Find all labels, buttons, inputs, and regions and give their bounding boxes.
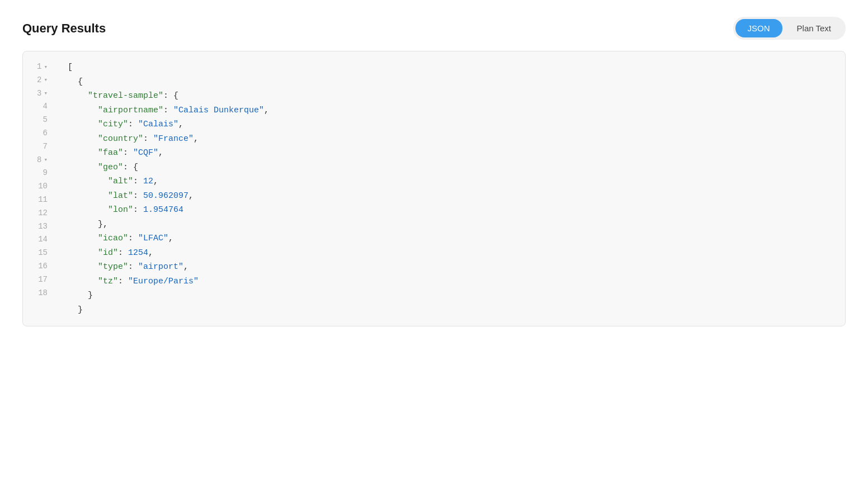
line-num-10: 10 — [32, 180, 48, 193]
code-line-6: "country": "France", — [68, 132, 834, 146]
collapse-arrow-8[interactable]: ▾ — [44, 155, 48, 165]
line-num-14: 14 — [32, 233, 48, 246]
code-line-9: "alt": 12, — [68, 174, 834, 189]
line-num-7: 7 — [32, 140, 48, 154]
code-container: 1 ▾ 2 ▾ 3 ▾ 4 5 6 7 8 ▾ 9 10 11 12 13 14… — [22, 51, 846, 326]
view-toggle-group: JSON Plan Text — [733, 17, 846, 40]
code-area: 1 ▾ 2 ▾ 3 ▾ 4 5 6 7 8 ▾ 9 10 11 12 13 14… — [23, 51, 845, 326]
code-line-13: "icao": "LFAC", — [68, 231, 834, 246]
code-line-15: "type": "airport", — [68, 260, 834, 274]
line-num-8: 8 ▾ — [32, 154, 48, 167]
code-line-18: } — [68, 303, 834, 317]
plain-text-toggle-button[interactable]: Plan Text — [785, 19, 843, 37]
line-num-4: 4 — [32, 100, 48, 113]
line-num-18: 18 — [32, 287, 48, 300]
collapse-arrow-3[interactable]: ▾ — [44, 88, 48, 99]
code-line-5: "city": "Calais", — [68, 117, 834, 132]
code-line-2: { — [68, 75, 834, 89]
code-content: [ { "travel-sample": { "airportname": "C… — [56, 60, 845, 317]
code-line-11: "lon": 1.954764 — [68, 203, 834, 217]
line-num-3: 3 ▾ — [32, 87, 48, 101]
code-line-16: "tz": "Europe/Paris" — [68, 274, 834, 289]
line-num-5: 5 — [32, 113, 48, 127]
code-line-4: "airportname": "Calais Dunkerque", — [68, 103, 834, 118]
code-line-1: [ — [68, 60, 834, 75]
line-num-11: 11 — [32, 193, 48, 207]
line-numbers: 1 ▾ 2 ▾ 3 ▾ 4 5 6 7 8 ▾ 9 10 11 12 13 14… — [23, 60, 56, 317]
json-toggle-button[interactable]: JSON — [735, 19, 782, 37]
code-line-14: "id": 1254, — [68, 246, 834, 260]
line-num-1: 1 ▾ — [32, 60, 48, 74]
line-num-15: 15 — [32, 246, 48, 260]
page-header: Query Results JSON Plan Text — [22, 17, 846, 40]
line-num-17: 17 — [32, 273, 48, 287]
code-line-12: }, — [68, 217, 834, 232]
collapse-arrow-1[interactable]: ▾ — [44, 62, 48, 73]
line-num-16: 16 — [32, 260, 48, 273]
code-line-8: "geo": { — [68, 160, 834, 175]
code-line-7: "faa": "CQF", — [68, 146, 834, 160]
line-num-13: 13 — [32, 220, 48, 234]
page-title: Query Results — [22, 21, 106, 36]
collapse-arrow-2[interactable]: ▾ — [44, 75, 48, 86]
line-num-2: 2 ▾ — [32, 74, 48, 87]
line-num-12: 12 — [32, 207, 48, 220]
code-line-10: "lat": 50.962097, — [68, 189, 834, 203]
code-line-3: "travel-sample": { — [68, 89, 834, 103]
line-num-9: 9 — [32, 167, 48, 180]
code-line-17: } — [68, 288, 834, 303]
line-num-6: 6 — [32, 127, 48, 140]
